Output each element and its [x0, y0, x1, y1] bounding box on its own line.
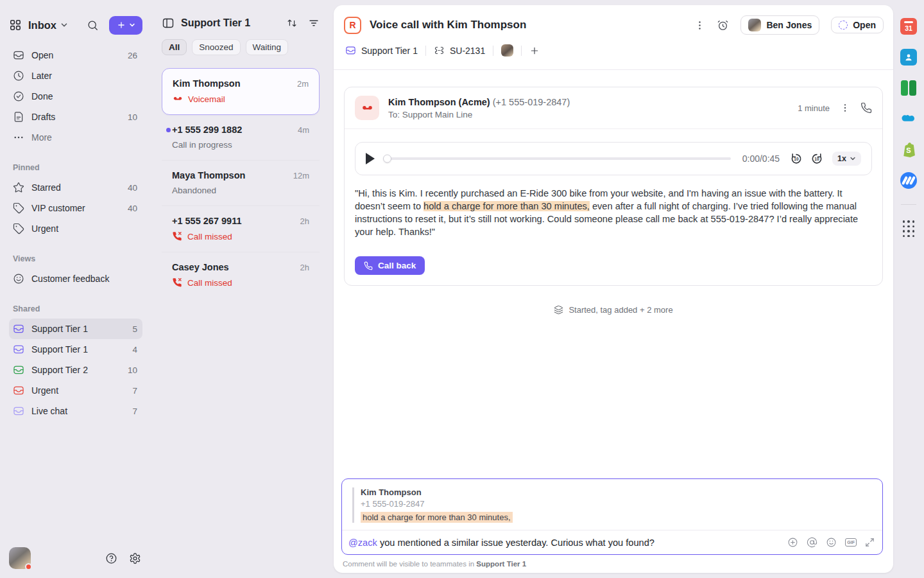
conversation-item-kim-thompson[interactable]: Kim Thompson 2m Voicemail [162, 68, 320, 115]
app-rail: 31 S [893, 0, 924, 578]
mention-at-icon[interactable] [807, 537, 817, 548]
conversation-name: +1 555 267 9911 [172, 216, 241, 226]
conversation-status: Abandoned [172, 186, 216, 195]
conversation-item-maya-thompson[interactable]: Maya Thompson 12m Abandoned [162, 160, 320, 206]
inbox-title[interactable]: Inbox [28, 19, 56, 31]
status-button[interactable]: Open [831, 17, 884, 33]
sidebar-item-label: Urgent [31, 385, 58, 396]
playback-speed-button[interactable]: 1x [832, 152, 861, 166]
inbox-tag[interactable]: Support Tier 1 [345, 45, 418, 56]
voicemail-message-card: Kim Thompson (Acme) (+1 555-019-2847) To… [344, 87, 883, 286]
voicemail-transcript: "Hi, this is Kim. I recently purchased a… [355, 187, 872, 238]
tab-waiting[interactable]: Waiting [246, 39, 289, 55]
forward-10-icon[interactable]: 10 [810, 152, 823, 165]
missed-call-icon [172, 231, 182, 241]
apps-grid-icon[interactable] [903, 220, 915, 238]
rewind-10-icon[interactable]: 10 [790, 152, 803, 165]
kebab-menu-icon[interactable] [694, 20, 705, 31]
seek-knob[interactable] [383, 155, 391, 163]
sidebar-item-urgent-tag[interactable]: Urgent [9, 218, 142, 239]
message-kebab-icon[interactable] [840, 103, 850, 113]
panel-toggle-icon[interactable] [162, 17, 175, 30]
sidebar-item-live-chat[interactable]: Live chat 7 [9, 401, 142, 421]
compose-button[interactable] [109, 16, 142, 35]
chevron-down-icon[interactable] [60, 21, 68, 29]
assignee-button[interactable]: Ben Jones [740, 15, 819, 35]
sidebar-item-support-tier-1[interactable]: Support Tier 1 5 [9, 319, 142, 339]
sort-icon[interactable] [286, 17, 298, 29]
conversation-item-casey-jones[interactable]: Casey Jones 2h Call missed [162, 252, 320, 298]
phone-icon[interactable] [860, 102, 872, 114]
calendar-app-icon[interactable]: 31 [900, 18, 917, 35]
list-tools [286, 17, 320, 29]
reply-row: @zack you mentioned a similar issue yest… [342, 530, 882, 554]
list-filter-tabs: All Snoozed Waiting [162, 39, 320, 55]
shopify-app-icon[interactable]: S [900, 141, 917, 158]
workspace-grid-icon[interactable] [9, 19, 22, 31]
svg-text:10: 10 [794, 157, 799, 161]
tab-all[interactable]: All [162, 39, 187, 55]
sidebar-item-count: 26 [128, 51, 137, 60]
contacts-app-icon[interactable] [900, 49, 917, 66]
sidebar-item-label: Open [31, 50, 53, 60]
snooze-alarm-icon[interactable] [717, 19, 729, 31]
sidebar-item-later[interactable]: Later [9, 66, 142, 86]
sidebar-item-more[interactable]: More [9, 127, 142, 148]
salesforce-app-icon[interactable] [900, 110, 917, 127]
sidebar-item-vip-customer[interactable]: VIP customer 40 [9, 198, 142, 218]
jira-app-icon[interactable] [900, 172, 917, 189]
comment-text: you mentioned a similar issue yesterday.… [377, 538, 654, 548]
sidebar-item-customer-feedback[interactable]: Customer feedback [9, 268, 142, 289]
channel-logo-icon: R [344, 17, 361, 34]
sidebar-item-open[interactable]: Open 26 [9, 45, 142, 66]
notebook-right [909, 80, 916, 96]
message-timestamp: 1 minute [798, 103, 830, 113]
tab-snoozed[interactable]: Snoozed [192, 39, 240, 55]
seek-bar[interactable] [384, 157, 731, 160]
help-icon[interactable] [105, 552, 117, 565]
play-button[interactable] [366, 153, 375, 164]
footnote-inbox: Support Tier 1 [476, 560, 526, 568]
sidebar-item-urgent-inbox[interactable]: Urgent 7 [9, 380, 142, 401]
sidebar-header: Inbox [9, 15, 142, 35]
tag-row: Support Tier 1 SU-2131 [345, 44, 884, 57]
call-back-button[interactable]: Call back [355, 256, 425, 275]
add-tag-icon[interactable] [529, 46, 540, 56]
composer-toolbar: GIF [787, 537, 875, 548]
attach-plus-icon[interactable] [787, 537, 798, 548]
filter-icon[interactable] [308, 17, 320, 29]
shared-inbox-icon [13, 323, 24, 335]
comment-input[interactable]: @zack you mentioned a similar issue yest… [348, 538, 654, 548]
views-section: Views Customer feedback [9, 254, 142, 289]
message-to: To: Support Main Line [388, 110, 570, 119]
quoted-message: Kim Thompson +1 555-019-2847 hold a char… [342, 479, 882, 530]
expand-icon[interactable] [865, 538, 875, 547]
sidebar-item-drafts[interactable]: Drafts 10 [9, 107, 142, 127]
sidebar-item-done[interactable]: Done [9, 86, 142, 107]
voicemail-icon [173, 94, 183, 104]
sidebar-item-support-tier-1b[interactable]: Support Tier 1 4 [9, 339, 142, 360]
sidebar-item-support-tier-2[interactable]: Support Tier 2 10 [9, 360, 142, 380]
activity-summary[interactable]: Started, tag added + 2 more [344, 305, 883, 315]
search-icon[interactable] [87, 19, 99, 31]
quote-highlight: hold a charge for more than 30 minutes, [361, 512, 513, 523]
shared-inbox-icon [13, 405, 24, 417]
conversation-item-555-299-1882[interactable]: +1 555 299 1882 4m Call in progress [162, 115, 320, 160]
ticket-tag[interactable]: SU-2131 [434, 45, 485, 56]
mention-token: @zack [348, 538, 377, 548]
emoji-icon[interactable] [826, 537, 837, 548]
gif-icon[interactable]: GIF [845, 538, 857, 547]
sidebar-item-label: Customer feedback [31, 274, 109, 284]
status-dot [25, 563, 32, 570]
comment-composer[interactable]: Kim Thompson +1 555-019-2847 hold a char… [341, 478, 883, 555]
ticket-icon [434, 45, 445, 56]
participant-avatar[interactable] [501, 44, 513, 57]
conversation-list-pane: Support Tier 1 All Snoozed Waiting Kim T… [151, 0, 334, 578]
user-avatar[interactable] [9, 547, 31, 569]
notebook-app-icon[interactable] [900, 80, 917, 96]
shared-inbox-icon [13, 364, 24, 376]
settings-gear-icon[interactable] [129, 552, 141, 565]
sidebar-item-starred[interactable]: Starred 40 [9, 177, 142, 198]
message-from: Kim Thompson (Acme) [388, 97, 490, 107]
conversation-item-555-267-9911[interactable]: +1 555 267 9911 2h Call missed [162, 206, 320, 252]
